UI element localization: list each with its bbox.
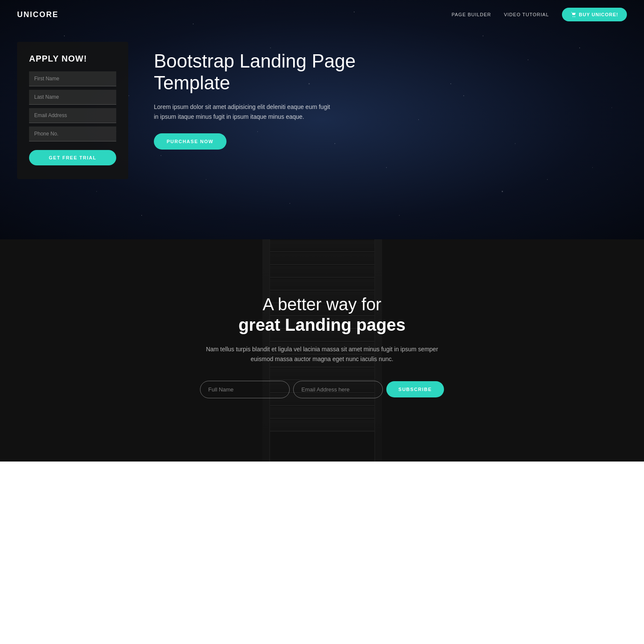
phone-input[interactable] [29,126,116,141]
apply-form-card: APPLY NOW! GET FREE TRIAL [17,42,128,179]
escalator-step [270,253,374,265]
subscribe-name-input[interactable] [200,381,290,398]
cart-icon [570,12,576,18]
escalator-step [270,279,374,291]
escalator-step [270,266,374,278]
buy-unicore-button[interactable]: BUY UNICORE! [562,8,627,21]
first-name-input[interactable] [29,71,116,86]
apply-form-title: APPLY NOW! [29,54,116,64]
hero-text-block: Bootstrap Landing Page Template Lorem ip… [154,42,368,150]
navbar: UNICORE PAGE BUILDER VIDEO TUTORIAL BUY … [0,0,644,29]
get-free-trial-button[interactable]: GET FREE TRIAL [29,150,116,165]
brand-logo: UNICORE [17,10,59,19]
nav-link-page-builder[interactable]: PAGE BUILDER [452,12,491,17]
hero-content: APPLY NOW! GET FREE TRIAL Bootstrap Land… [0,29,644,205]
escalator-step [270,240,374,252]
escalator-step [270,407,374,419]
subscribe-email-input[interactable] [293,381,383,398]
escalator-step [270,420,374,432]
last-name-input[interactable] [29,90,116,105]
hero-section: UNICORE PAGE BUILDER VIDEO TUTORIAL BUY … [0,0,644,239]
svg-point-0 [573,16,573,17]
escalator-description: Nam tellus turpis blandit et ligula vel … [202,344,441,364]
nav-links: PAGE BUILDER VIDEO TUTORIAL BUY UNICORE! [452,8,627,21]
escalator-heading: A better way for great Landing pages [200,294,444,335]
svg-point-1 [574,16,575,17]
nav-link-video-tutorial[interactable]: VIDEO TUTORIAL [504,12,549,17]
escalator-content: A better way for great Landing pages Nam… [200,294,444,398]
subscribe-button[interactable]: SUBSCRIBE [386,381,444,397]
hero-description: Lorem ipsum dolor sit amet adipisicing e… [154,102,333,121]
purchase-now-button[interactable]: PURCHASE NOW [154,133,226,150]
escalator-section: A better way for great Landing pages Nam… [0,239,644,462]
email-input[interactable] [29,108,116,123]
hero-heading: Bootstrap Landing Page Template [154,50,368,94]
subscribe-row: SUBSCRIBE [200,381,444,398]
